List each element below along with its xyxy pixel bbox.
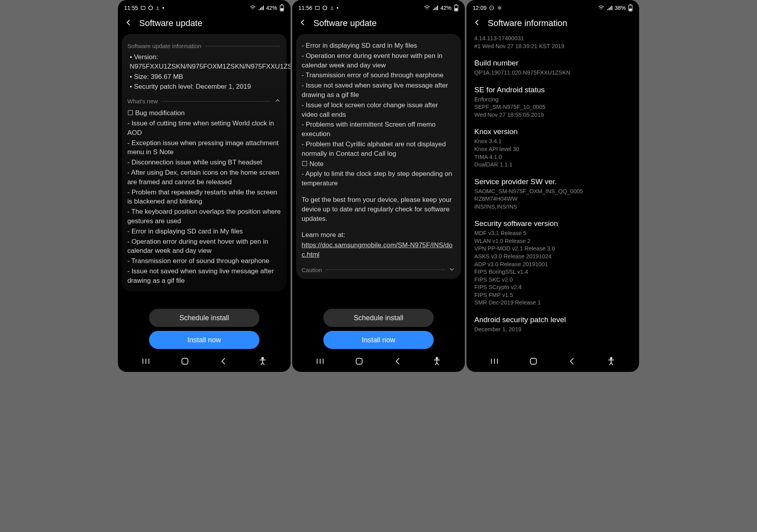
home-icon[interactable] bbox=[354, 356, 364, 368]
phone-screen-2: 11:56 42% Software update - Error in dis… bbox=[292, 0, 465, 372]
svg-rect-17 bbox=[630, 4, 631, 5]
info-sub: SAOMC_SM-N975F_OXM_INS_QQ_0005 RZ8M74H04… bbox=[474, 188, 631, 211]
circle-icon bbox=[148, 6, 153, 10]
status-bar: 11:56 42% bbox=[292, 0, 465, 13]
section-info-header: Software update information bbox=[127, 43, 201, 49]
patch-text: Security patch level: December 1, 2019 bbox=[130, 82, 281, 91]
nav-back-icon[interactable] bbox=[393, 356, 403, 368]
wifi-icon bbox=[598, 6, 604, 10]
info-row[interactable]: Build number QP1A.190711.020.N975FXXU1ZS… bbox=[474, 56, 631, 82]
nav-bar bbox=[292, 352, 465, 372]
info-row[interactable]: Security software version MDF v3.1 Relea… bbox=[474, 216, 631, 312]
button-row: Schedule install Install now bbox=[292, 305, 465, 352]
home-icon[interactable] bbox=[528, 356, 539, 368]
svg-rect-11 bbox=[455, 8, 457, 11]
info-row[interactable]: SE for Android status Enforcing SEPF_SM-… bbox=[474, 82, 631, 125]
accessibility-icon[interactable] bbox=[432, 356, 442, 368]
learn-more-link[interactable]: https://doc.samsungmobile.com/SM-N975F/I… bbox=[302, 241, 453, 258]
svg-rect-7 bbox=[315, 6, 320, 9]
back-icon[interactable] bbox=[125, 19, 132, 28]
svg-rect-5 bbox=[182, 358, 188, 364]
app-bar: Software update bbox=[292, 13, 465, 34]
change-item: - Transmission error of sound through ea… bbox=[302, 71, 455, 80]
learn-more-label: Learn more at: bbox=[302, 230, 455, 240]
nav-back-icon[interactable] bbox=[567, 356, 577, 368]
change-item: - Exception issue when pressing image at… bbox=[127, 138, 281, 157]
bugmod-label: Bug modification bbox=[127, 108, 281, 118]
status-time: 12:09 bbox=[473, 5, 487, 11]
back-icon[interactable] bbox=[474, 19, 481, 28]
svg-point-13 bbox=[436, 357, 438, 359]
download-icon bbox=[155, 6, 160, 10]
info-sub: MDF v3.1 Release 5 WLAN v1.0 Release 2 V… bbox=[474, 230, 631, 307]
signal-icon bbox=[258, 6, 264, 10]
change-item: - Problem that Cyrillic alphabet are not… bbox=[302, 140, 455, 159]
schedule-install-button[interactable]: Schedule install bbox=[323, 309, 434, 327]
svg-point-6 bbox=[262, 357, 263, 359]
more-dot-icon bbox=[162, 7, 164, 9]
svg-rect-10 bbox=[455, 4, 457, 5]
change-item: - Issue of lock screen color change issu… bbox=[302, 101, 455, 119]
size-text: Size: 396.67 MB bbox=[130, 72, 281, 82]
app-bar: Software update bbox=[118, 13, 291, 34]
caution-header: Caution bbox=[302, 267, 322, 273]
version-text: Version: N975FXXU1ZSKN/N975FOXM1ZSKN/N97… bbox=[130, 52, 281, 71]
change-item: - Issue not saved when saving live messa… bbox=[127, 267, 281, 286]
battery-pct: 42% bbox=[266, 5, 277, 11]
info-list[interactable]: 4.14.113-17400031 #1 Wed Nov 27 18:39:21… bbox=[466, 34, 639, 352]
nav-back-icon[interactable] bbox=[218, 356, 229, 368]
svg-rect-0 bbox=[141, 6, 145, 9]
wifi-icon bbox=[424, 6, 430, 10]
info-title: Build number bbox=[474, 59, 631, 67]
chevron-up-icon[interactable] bbox=[274, 97, 281, 105]
chevron-down-icon[interactable] bbox=[448, 266, 455, 274]
app-bar: Software information bbox=[466, 13, 639, 34]
battery-pct: 38% bbox=[615, 5, 626, 11]
accessibility-icon[interactable] bbox=[257, 356, 268, 368]
image-icon bbox=[315, 5, 320, 11]
status-time: 11:56 bbox=[298, 5, 312, 11]
change-item: - Disconnection issue while using BT hea… bbox=[127, 158, 281, 167]
svg-rect-4 bbox=[281, 8, 283, 11]
info-sub: Enforcing SEPF_SM-N975F_10_0005 Wed Nov … bbox=[474, 96, 631, 119]
svg-point-1 bbox=[149, 6, 153, 10]
wifi-icon bbox=[250, 6, 256, 10]
recents-icon[interactable] bbox=[315, 356, 325, 368]
install-now-button[interactable]: Install now bbox=[149, 331, 259, 349]
recents-icon[interactable] bbox=[489, 356, 500, 368]
dotted-divider bbox=[205, 46, 280, 47]
back-icon[interactable] bbox=[299, 19, 306, 28]
settings-icon bbox=[497, 5, 502, 11]
info-title: SE for Android status bbox=[474, 86, 631, 94]
signal-icon bbox=[607, 6, 612, 10]
svg-rect-19 bbox=[530, 358, 536, 364]
battery-pct: 42% bbox=[440, 5, 451, 11]
svg-point-8 bbox=[323, 6, 327, 10]
recents-icon[interactable] bbox=[141, 356, 151, 368]
install-now-button[interactable]: Install now bbox=[323, 331, 434, 349]
note-label: Note bbox=[302, 159, 455, 169]
page-title: Software update bbox=[313, 18, 377, 28]
schedule-install-button[interactable]: Schedule install bbox=[149, 309, 259, 327]
battery-icon bbox=[628, 4, 633, 11]
home-icon[interactable] bbox=[180, 356, 190, 368]
change-item: - Operation error during event hover wit… bbox=[302, 51, 455, 70]
change-item: - Issue not saved when saving live messa… bbox=[302, 81, 455, 100]
dotted-divider bbox=[326, 269, 444, 270]
info-row[interactable]: Knox version Knox 3.4.1 Knox API level 3… bbox=[474, 124, 631, 174]
change-item: - The keyboard position overlaps the pos… bbox=[127, 207, 281, 226]
section-whatsnew-header: What's new bbox=[127, 98, 158, 105]
change-item: - Error in displaying SD card in My file… bbox=[127, 227, 281, 236]
footer-text: To get the best from your device, please… bbox=[302, 195, 455, 223]
info-sub: December 1, 2019 bbox=[474, 326, 631, 334]
signal-icon bbox=[433, 6, 438, 10]
change-item: - After using Dex, certain icons on the … bbox=[127, 168, 281, 187]
info-row[interactable]: Android security patch level December 1,… bbox=[474, 312, 631, 335]
info-title: Service provider SW ver. bbox=[474, 177, 631, 186]
phone-screen-1: 11:55 42% Software update Software updat… bbox=[118, 0, 291, 372]
svg-point-15 bbox=[499, 7, 501, 9]
accessibility-icon[interactable] bbox=[606, 356, 616, 368]
nav-bar bbox=[466, 352, 639, 372]
info-row[interactable]: Service provider SW ver. SAOMC_SM-N975F_… bbox=[474, 174, 631, 217]
page-title: Software information bbox=[488, 18, 567, 28]
